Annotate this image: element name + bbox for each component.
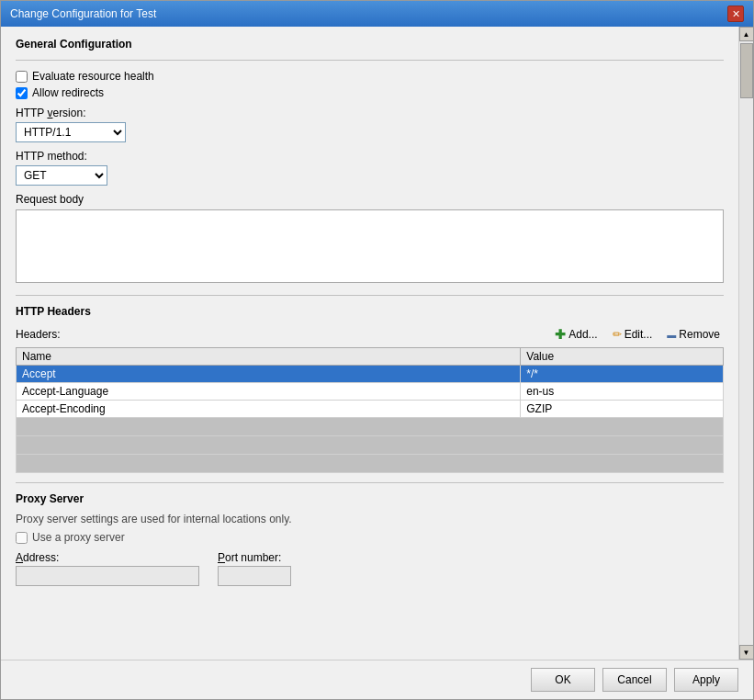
port-label: Port number: xyxy=(218,551,291,564)
dialog-footer: OK Cancel Apply xyxy=(1,660,753,699)
remove-icon: ▬ xyxy=(667,330,676,340)
headers-table: Name Value Accept */* Accept-Language en… xyxy=(16,347,724,473)
address-field: Address: xyxy=(16,551,199,586)
proxy-fields: Address: Port number: xyxy=(16,551,724,586)
headers-tbody: Accept */* Accept-Language en-us Accept-… xyxy=(17,366,724,473)
edit-icon: ✏ xyxy=(613,328,622,341)
header-value-cell: en-us xyxy=(521,383,724,401)
general-section-title: General Configuration xyxy=(16,38,724,51)
empty-cell xyxy=(17,418,724,436)
edit-label: Edit... xyxy=(625,328,653,341)
scroll-down-button[interactable]: ▼ xyxy=(739,645,754,660)
scroll-up-button[interactable]: ▲ xyxy=(739,27,754,41)
allow-redirects-label: Allow redirects xyxy=(32,86,104,99)
empty-cell xyxy=(17,436,724,455)
apply-button[interactable]: Apply xyxy=(674,668,738,692)
general-separator xyxy=(16,60,724,61)
close-button[interactable]: ✕ xyxy=(727,6,744,22)
empty-row xyxy=(17,418,724,436)
title-bar: Change Configuration for Test ✕ xyxy=(1,1,753,27)
col-name-header: Name xyxy=(17,348,521,366)
add-header-button[interactable]: ✚ Add... xyxy=(551,325,601,344)
use-proxy-label: Use a proxy server xyxy=(32,531,125,544)
headers-section: HTTP Headers Headers: ✚ Add... ✏ Edit... xyxy=(16,295,724,473)
header-name-cell: Accept-Language xyxy=(17,383,521,401)
proxy-section-title: Proxy Server xyxy=(16,492,724,505)
add-label: Add... xyxy=(568,328,597,341)
remove-label: Remove xyxy=(679,328,720,341)
headers-thead: Name Value xyxy=(17,348,724,366)
general-section: General Configuration Evaluate resource … xyxy=(16,38,724,286)
request-body-label: Request body xyxy=(16,193,724,206)
dialog-content: General Configuration Evaluate resource … xyxy=(1,27,753,660)
port-input[interactable] xyxy=(218,566,291,586)
headers-header-row: Name Value xyxy=(17,348,724,366)
empty-row xyxy=(17,436,724,455)
allow-redirects-row: Allow redirects xyxy=(16,86,724,99)
cancel-button[interactable]: Cancel xyxy=(602,668,667,692)
headers-toolbar-right: ✚ Add... ✏ Edit... ▬ Remove xyxy=(551,325,724,344)
request-body-wrapper xyxy=(16,209,724,286)
http-method-label: HTTP method: xyxy=(16,150,724,163)
port-field: Port number: xyxy=(218,551,291,586)
empty-row xyxy=(17,455,724,473)
dialog-title: Change Configuration for Test xyxy=(10,7,156,20)
evaluate-health-label: Evaluate resource health xyxy=(32,70,154,83)
allow-redirects-checkbox[interactable] xyxy=(16,87,28,99)
header-name-cell: Accept-Encoding xyxy=(17,401,521,418)
scroll-thumb[interactable] xyxy=(740,43,753,98)
evaluate-health-row: Evaluate resource health xyxy=(16,70,724,83)
edit-header-button[interactable]: ✏ Edit... xyxy=(609,326,657,343)
header-name-cell: Accept xyxy=(17,366,521,383)
remove-header-button[interactable]: ▬ Remove xyxy=(663,326,724,343)
headers-section-title: HTTP Headers xyxy=(16,305,724,318)
col-value-header: Value xyxy=(521,348,724,366)
header-value-cell: */* xyxy=(521,366,724,383)
use-proxy-checkbox[interactable] xyxy=(16,532,28,544)
proxy-description: Proxy server settings are used for inter… xyxy=(16,513,724,525)
table-row[interactable]: Accept-Encoding GZIP xyxy=(17,401,724,418)
request-body-textarea[interactable] xyxy=(16,209,724,283)
ok-button[interactable]: OK xyxy=(531,668,595,692)
add-icon: ✚ xyxy=(555,327,566,342)
http-version-label: HTTP version: xyxy=(16,107,724,119)
evaluate-health-checkbox[interactable] xyxy=(16,71,28,83)
proxy-section: Proxy Server Proxy server settings are u… xyxy=(16,482,724,586)
headers-label: Headers: xyxy=(16,328,61,341)
table-row[interactable]: Accept-Language en-us xyxy=(17,383,724,401)
dialog-window: Change Configuration for Test ✕ General … xyxy=(0,0,754,700)
empty-cell xyxy=(17,455,724,473)
headers-separator xyxy=(16,295,724,296)
main-area: General Configuration Evaluate resource … xyxy=(1,27,738,660)
address-input[interactable] xyxy=(16,566,199,586)
http-version-select[interactable]: HTTP/1.1 HTTP/1.0 HTTP/2.0 xyxy=(16,122,126,142)
header-value-cell: GZIP xyxy=(521,401,724,418)
scrollbar[interactable]: ▲ ▼ xyxy=(738,27,753,660)
proxy-separator xyxy=(16,482,724,483)
table-row[interactable]: Accept */* xyxy=(17,366,724,383)
use-proxy-row: Use a proxy server xyxy=(16,531,724,544)
http-method-select[interactable]: GET POST PUT DELETE HEAD OPTIONS xyxy=(16,165,107,186)
headers-toolbar: Headers: ✚ Add... ✏ Edit... ▬ Remove xyxy=(16,325,724,344)
address-label: Address: xyxy=(16,551,199,564)
